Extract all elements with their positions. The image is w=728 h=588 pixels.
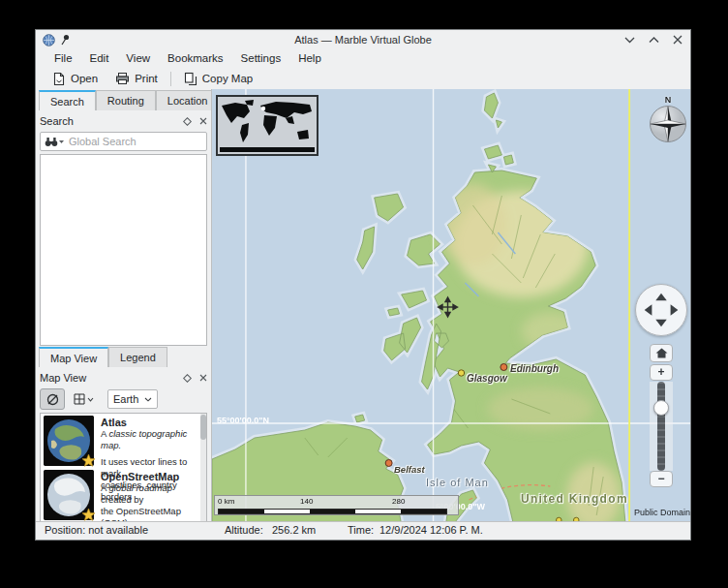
theme-name: Atlas	[101, 417, 203, 428]
menu-file[interactable]: File	[46, 49, 81, 68]
scale-tick: 280	[392, 497, 405, 506]
celestial-grid-button[interactable]	[69, 389, 98, 409]
status-altitude-value: 256.2 km	[272, 524, 316, 536]
zoom-slider-thumb[interactable]	[653, 400, 669, 416]
overview-map[interactable]	[216, 95, 318, 156]
home-button[interactable]	[650, 344, 673, 362]
wind-rose-icon	[649, 105, 687, 143]
open-label: Open	[71, 73, 98, 84]
menu-help[interactable]: Help	[289, 49, 330, 68]
globe-projection-icon	[46, 393, 59, 406]
favorite-star-icon	[81, 453, 96, 468]
status-time-value: 12/9/2024 12:06 P. M.	[379, 524, 483, 536]
country-label: United Kingdom	[521, 492, 628, 506]
menu-edit[interactable]: Edit	[81, 49, 118, 68]
search-placeholder: Global Search	[69, 136, 136, 147]
tab-location[interactable]: Location	[156, 90, 212, 110]
open-button[interactable]: Open	[44, 69, 106, 88]
theme-list-scrollbar[interactable]	[200, 414, 206, 522]
search-tabbar: Search Routing Location	[39, 90, 212, 110]
tab-routing[interactable]: Routing	[96, 90, 156, 110]
city-label-edinburgh: Edinburgh	[510, 363, 559, 374]
theme-desc: A global roadmap created by	[101, 482, 203, 506]
desktop-background: { "titlebar": { "title": "Atlas — Marble…	[0, 0, 728, 588]
map-theme-list: Atlas A classic topographic map. It uses…	[40, 413, 207, 523]
print-icon	[115, 72, 130, 85]
copy-pages-icon	[184, 72, 197, 86]
map-canvas[interactable]: 55°00'00.0"N 5°00'00.0"W Glasgow Edinbur…	[212, 89, 690, 524]
pan-up-arrow	[655, 294, 667, 301]
house-icon	[655, 348, 668, 358]
projection-button[interactable]	[40, 388, 65, 410]
grid-icon	[74, 393, 85, 405]
zoom-out-button[interactable]: −	[650, 471, 673, 487]
binoculars-icon	[45, 137, 58, 147]
search-results-area[interactable]	[40, 154, 207, 346]
overview-world-icon	[218, 97, 317, 154]
menubar: File Edit View Bookmarks Settings Help	[36, 49, 690, 68]
float-panel-icon[interactable]	[183, 117, 192, 126]
print-button[interactable]: Print	[106, 69, 167, 88]
celestial-body-select[interactable]: Earth	[107, 389, 158, 409]
search-input[interactable]: Global Search	[40, 132, 207, 151]
theme-item-atlas[interactable]: Atlas A classic topographic map. It uses…	[41, 414, 206, 468]
theme-name: OpenStreetMap	[101, 471, 203, 482]
tab-legend[interactable]: Legend	[108, 347, 167, 367]
statusbar: Position: not available Altitude: 256.2 …	[36, 521, 690, 540]
pan-right-arrow	[671, 304, 679, 316]
attribution-label: Public Domain	[634, 508, 690, 517]
zoom-in-button[interactable]: +	[650, 364, 673, 381]
print-label: Print	[135, 73, 158, 84]
menu-settings[interactable]: Settings	[232, 49, 290, 68]
pan-control[interactable]	[635, 284, 687, 336]
float-panel-icon[interactable]	[183, 374, 192, 383]
close-button[interactable]	[673, 35, 682, 45]
city-label-belfast: Belfast	[394, 464, 425, 475]
compass-north-label: N	[647, 95, 689, 105]
tab-map-view[interactable]: Map View	[39, 347, 108, 367]
theme-item-openstreetmap[interactable]: OpenStreetMap A global roadmap created b…	[41, 468, 206, 522]
mapview-panel-title: Map View	[40, 372, 86, 384]
search-options-chevron-icon[interactable]	[58, 139, 65, 144]
search-panel-title: Search	[40, 115, 74, 127]
pan-left-arrow	[645, 304, 652, 316]
titlebar[interactable]: Atlas — Marble Virtual Globe	[36, 30, 690, 49]
zoom-slider-track[interactable]	[657, 382, 665, 471]
toolbar-separator	[170, 72, 171, 86]
left-dock: Search Routing Location Search	[36, 89, 212, 524]
close-panel-icon[interactable]	[199, 117, 207, 125]
main-toolbar: Open Print Copy Map	[36, 68, 690, 90]
scale-tick: 140	[300, 497, 313, 506]
minimize-button[interactable]	[624, 36, 635, 44]
compass-rose[interactable]: N	[647, 95, 689, 147]
mapview-tabbar: Map View Legend	[39, 347, 167, 367]
copy-map-button[interactable]: Copy Map	[175, 69, 261, 88]
theme-desc: A classic topographic map.	[101, 428, 203, 451]
maximize-button[interactable]	[649, 36, 659, 44]
search-panel-header: Search	[40, 111, 207, 131]
scale-bar: 0 km 140 280	[214, 495, 459, 515]
status-altitude-label: Altitude:	[225, 524, 263, 536]
mapview-toolbar: Earth	[40, 387, 158, 411]
chevron-down-icon	[144, 397, 152, 402]
celestial-body-value: Earth	[113, 393, 138, 405]
zoom-slider[interactable]	[650, 382, 673, 471]
copy-map-label: Copy Map	[202, 73, 253, 84]
latitude-label: 55°00'00.0"N	[217, 416, 269, 425]
open-document-icon	[52, 72, 66, 86]
pan-arrows	[636, 285, 686, 335]
mapview-panel-header: Map View	[40, 368, 207, 387]
menu-view[interactable]: View	[117, 49, 159, 68]
menu-bookmarks[interactable]: Bookmarks	[159, 49, 232, 68]
window-title: Atlas — Marble Virtual Globe	[36, 34, 690, 46]
status-time-label: Time:	[348, 524, 374, 536]
scrollbar-thumb[interactable]	[200, 415, 206, 440]
close-panel-icon[interactable]	[199, 374, 207, 382]
chevron-down-icon	[87, 397, 94, 402]
island-label: Isle of Man	[426, 477, 489, 488]
tab-search[interactable]: Search	[39, 90, 96, 110]
viewport-indicator	[261, 107, 265, 110]
marble-window: Atlas — Marble Virtual Globe File Edit V…	[35, 29, 691, 541]
scale-tick: 0 km	[218, 497, 234, 506]
scale-segments	[218, 509, 447, 514]
